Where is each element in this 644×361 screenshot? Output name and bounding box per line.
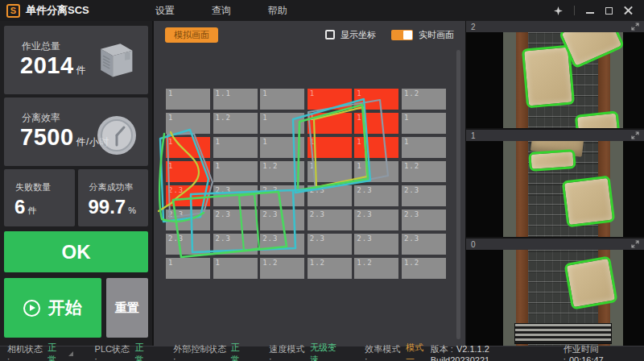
grid-cell[interactable]: 1 [308,89,352,110]
job-time-info: 作业时间 :00:16:47 [564,343,636,361]
grid-cell[interactable]: 2.3 [166,185,210,206]
camera-header: 0 [466,239,644,250]
status-value: 无级变速 [310,342,343,361]
grid-cell[interactable]: 2.3 [308,210,352,230]
stat-half-row: 失败数量 6件 分离成功率 99.7% [4,169,148,226]
grid-cell[interactable]: 1 [308,137,352,158]
camera-view-0: 0 [466,239,644,346]
camera-id: 0 [471,240,476,249]
grid-cell[interactable]: 1.2 [402,161,446,182]
grid-cell[interactable]: 2.3 [260,234,304,255]
status-efficiency-mode: 效率模式 : 模式一 [343,342,431,361]
grid-cell[interactable]: 1.2 [308,258,352,279]
grid-cell[interactable]: 1.1 [213,89,258,110]
grid-cell[interactable]: 1 [166,258,210,279]
grid-cell[interactable]: 1.2 [260,258,304,279]
grid-cell[interactable]: 1 [166,137,210,158]
divider [574,6,575,15]
grid-cell[interactable]: 1 [354,89,398,110]
grid-cell[interactable]: 2.3 [402,185,446,206]
grid-cell[interactable]: 1 [166,161,210,182]
grid-cell[interactable]: 1 [213,258,258,279]
camera-panel: 2 1 [466,21,644,346]
grid-cell[interactable]: 1.2 [260,161,304,182]
grid-cell[interactable]: 1 [354,161,398,182]
sim-view-button[interactable]: 模拟画面 [165,27,218,43]
camera-view-2: 2 [466,21,644,128]
conveyor-photo [503,141,623,237]
camera-header: 2 [466,21,644,32]
grid-cell[interactable]: 2.3 [402,210,446,230]
grid-cell[interactable]: 1 [260,137,304,158]
grid-cell[interactable]: 2.3 [260,210,304,230]
ok-button[interactable]: OK [4,231,148,272]
status-value: 正常 [135,342,152,361]
grid-cell[interactable]: 1 [213,137,258,158]
grid-cell[interactable]: 1 [213,161,258,182]
package-outline [522,45,575,109]
grid-cell[interactable]: 1 [354,113,398,134]
clock-icon [95,114,138,160]
stat-card-total: 作业总量 2014件 [4,26,148,94]
metal-grate [514,323,612,344]
grid-cell[interactable]: 1.2 [402,89,446,110]
grid-cell[interactable]: 2.3 [213,185,258,206]
grid-cell[interactable]: 2.3 [213,234,258,255]
realtime-toggle[interactable] [391,30,413,40]
grid-cell[interactable]: 1 [402,137,446,158]
grid-cell[interactable]: 2.3 [308,234,352,255]
stat-label: 作业总量 [22,39,60,53]
grid-cell[interactable]: 1 [308,161,352,182]
menu-query[interactable]: 查询 [207,2,236,19]
stat-unit: % [128,205,136,215]
camera-id: 1 [471,131,476,140]
package-outline [562,176,616,228]
stat-value: 99.7% [89,196,137,218]
stat-card-efficiency: 分离效率 7500件/小时 [4,98,148,166]
grid-cell[interactable]: 2.3 [308,185,352,206]
grid-cell[interactable]: 2.3 [213,210,258,230]
vertical-scrollbar[interactable] [456,50,460,339]
conveyor-photo [503,250,623,346]
grid: 11.11111.211.21111111111111.2111.22.32.3… [166,89,446,279]
maximize-icon[interactable] [605,7,613,15]
stat-value: 6件 [14,196,36,218]
pin-icon[interactable] [554,6,563,15]
grid-cell[interactable]: 1 [308,113,352,134]
close-icon[interactable] [624,6,633,15]
camera-image [466,250,644,346]
stat-label: 失败数量 [15,181,51,193]
reset-button[interactable]: 重置 [106,278,148,338]
camera-view-1: 1 [466,130,644,237]
grid-cell[interactable]: 1.2 [213,113,258,134]
menu-help[interactable]: 帮助 [263,2,292,19]
grid-cell[interactable]: 1 [166,89,210,110]
grid-cell[interactable]: 2.3 [354,234,398,255]
grid-cell[interactable]: 2.3 [260,185,304,206]
status-value: 正常 [47,342,64,361]
grid-cell[interactable]: 1 [402,113,446,134]
stats-sidebar: 作业总量 2014件 分离效率 7500件/小时 [0,21,152,346]
stat-label: 分离效率 [22,111,60,125]
grid-cell[interactable]: 1.2 [402,258,446,279]
grid-cell[interactable]: 1 [260,89,304,110]
app-title: 单件分离SCS [26,3,89,18]
grid-cell[interactable]: 1 [260,113,304,134]
grid-cell[interactable]: 2.3 [354,210,398,230]
menu-settings[interactable]: 设置 [151,2,180,19]
grid-cell[interactable]: 2.3 [166,210,210,230]
camera-image [466,141,644,237]
grid-cell[interactable]: 2.3 [166,234,210,255]
show-coords-checkbox[interactable] [325,30,335,39]
stat-unit: 件 [27,205,36,215]
package-outline [564,255,617,309]
start-button[interactable]: 开始 [4,278,101,338]
package-outline [528,149,576,172]
grid-cell[interactable]: 1 [354,137,398,158]
minimize-icon[interactable] [586,12,594,14]
grid-cell[interactable]: 2.3 [402,234,446,255]
stat-unit: 件 [76,64,87,76]
grid-cell[interactable]: 1.2 [354,258,398,279]
grid-cell[interactable]: 1 [166,113,210,134]
grid-cell[interactable]: 2.3 [354,185,398,206]
